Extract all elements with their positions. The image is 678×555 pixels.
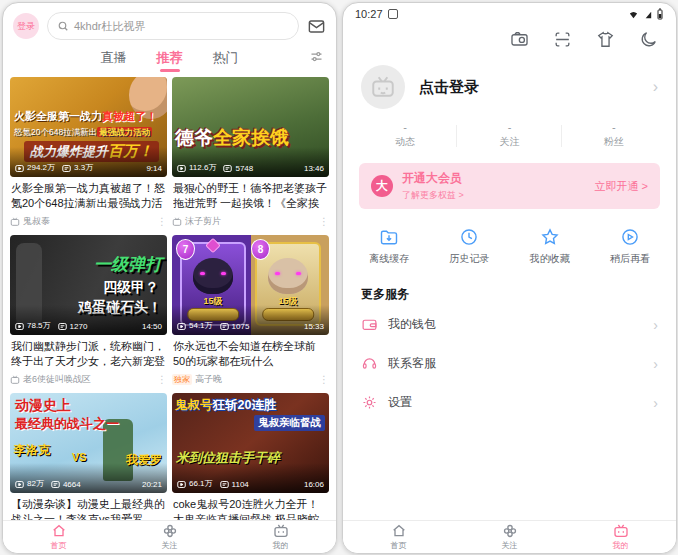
more-services-title: 更多服务 — [343, 276, 676, 305]
search-input[interactable]: 4khdr杜比视界 — [47, 12, 299, 40]
quick-watch-later[interactable]: 稍后再看 — [590, 227, 670, 266]
quick-actions: 离线缓存 历史记录 我的收藏 稍后再看 — [343, 219, 676, 276]
profile-login-row[interactable]: 点击登录 › — [343, 53, 676, 119]
danmaku-icon — [62, 164, 71, 173]
video-card[interactable]: 一级弹打 四级甲？ 鸡蛋碰石头！ 78.5万 1270 14:50 我们幽默静步… — [10, 235, 167, 386]
more-options-icon[interactable]: ⋮ — [157, 374, 167, 385]
search-icon — [57, 20, 69, 32]
danmaku-icon — [223, 164, 232, 173]
uploader-row[interactable]: 鬼叔泰 ⋮ — [10, 215, 167, 228]
uploader-row[interactable]: 老6使徒叫唤战区 ⋮ — [10, 373, 167, 386]
video-stats: 82万 4664 20:21 — [10, 463, 167, 493]
uploader-row[interactable]: 独家 高子晚 ⋮ — [172, 373, 329, 386]
video-title[interactable]: 你永远也不会知道在榜全球前50的玩家都在玩什么 — [173, 339, 328, 370]
filter-icon[interactable] — [309, 49, 324, 64]
video-title[interactable]: 我们幽默静步门派，统称幽门，终于出了天才少女，老六新宠登基 — [11, 339, 166, 370]
vip-icon: 大 — [371, 175, 393, 197]
video-thumbnail[interactable]: 鬼叔号狂斩20连胜 鬼叔亲临督战 米到位狙击手干碎 66.1万 1104 16:… — [172, 393, 329, 493]
play-count-icon — [177, 164, 186, 173]
video-stats: 112.6万 5748 13:46 — [172, 147, 329, 177]
service-wallet[interactable]: 我的钱包 › — [343, 305, 676, 344]
vip-subtitle: 了解更多权益 > — [402, 189, 464, 202]
video-title[interactable]: 最狠心的野王！德爷把老婆孩子拖进荒野 一起挨饿！《全家挨饿记》 — [173, 181, 328, 212]
profile-stats: - 动态 - 关注 - 粉丝 — [343, 119, 676, 161]
right-phone-screen: 10:27 点击登录 › - 动态 - 关注 - 粉丝 — [342, 2, 677, 554]
nav-following[interactable]: 关注 — [480, 523, 540, 551]
video-card[interactable]: 火影全服第一战力真被超了！ 怒氪20个648拉满新出最强战力活动 战力爆炸提升百… — [10, 77, 167, 228]
tshirt-icon[interactable] — [596, 30, 615, 49]
video-title[interactable]: 火影全服第一战力真被超了！怒氪20个648拉满新出最强战力活动，战力爆炸提升百万… — [11, 181, 166, 212]
login-avatar-button[interactable]: 登录 — [13, 13, 39, 39]
video-duration: 9:14 — [146, 164, 162, 173]
stat-following[interactable]: - 关注 — [457, 121, 561, 149]
stat-dynamics[interactable]: - 动态 — [353, 121, 457, 149]
service-settings[interactable]: 设置 › — [343, 383, 676, 422]
uploader-name: 高子晚 — [195, 373, 222, 386]
video-thumbnail[interactable]: 一级弹打 四级甲？ 鸡蛋碰石头！ 78.5万 1270 14:50 — [10, 235, 167, 335]
headset-icon — [361, 355, 378, 372]
status-time: 10:27 — [355, 8, 383, 20]
quick-history[interactable]: 历史记录 — [429, 227, 509, 266]
left-phone-screen: 登录 4khdr杜比视界 直播 推荐 热门 火影全服第一战力真被超了！ 怒氪20… — [2, 2, 337, 554]
vip-activate-button[interactable]: 立即开通 > — [595, 179, 648, 194]
video-thumbnail[interactable]: 德爷全家挨饿 112.6万 5748 13:46 — [172, 77, 329, 177]
quick-offline-cache[interactable]: 离线缓存 — [349, 227, 429, 266]
uploader-name: 老6使徒叫唤战区 — [23, 373, 91, 386]
chevron-right-icon: › — [653, 78, 658, 96]
star-icon — [540, 227, 560, 247]
login-prompt[interactable]: 点击登录 — [419, 78, 479, 97]
video-duration: 20:21 — [142, 480, 162, 489]
nav-mine[interactable]: 我的 — [591, 523, 651, 551]
more-options-icon[interactable]: ⋮ — [157, 216, 167, 227]
nav-home[interactable]: 首页 — [29, 523, 89, 551]
video-stats: 66.1万 1104 16:06 — [172, 463, 329, 493]
scan-icon[interactable] — [553, 30, 572, 49]
vip-title: 开通大会员 — [402, 170, 464, 187]
nav-following[interactable]: 关注 — [140, 523, 200, 551]
gear-icon — [361, 394, 378, 411]
video-feed: 火影全服第一战力真被超了！ 怒氪20个648拉满新出最强战力活动 战力爆炸提升百… — [3, 71, 336, 532]
stat-fans[interactable]: - 粉丝 — [562, 121, 666, 149]
bottom-nav: 首页 关注 我的 — [343, 520, 676, 553]
moon-icon[interactable] — [639, 30, 658, 49]
vip-banner[interactable]: 大 开通大会员 了解更多权益 > 立即开通 > — [359, 163, 660, 209]
video-thumbnail[interactable]: 动漫史上 最经典的战斗之一 李洛克 VS 我爱罗 82万 4664 20:21 — [10, 393, 167, 493]
tab-live[interactable]: 直播 — [101, 49, 127, 67]
video-card[interactable]: 德爷全家挨饿 112.6万 5748 13:46 最狠心的野王！德爷把老婆孩子拖… — [172, 77, 329, 228]
clover-icon — [502, 523, 518, 539]
video-stats: 78.5万 1270 14:50 — [10, 305, 167, 335]
uploader-name: 鬼叔泰 — [23, 215, 50, 228]
more-options-icon[interactable]: ⋮ — [319, 216, 329, 227]
video-card[interactable]: 7 15级 8 15级 54.1万 1075 15:33 — [172, 235, 329, 386]
video-card[interactable]: 鬼叔号狂斩20连胜 鬼叔亲临督战 米到位狙击手干碎 66.1万 1104 16:… — [172, 393, 329, 532]
nav-mine[interactable]: 我的 — [251, 523, 311, 551]
chevron-right-icon: › — [653, 317, 658, 333]
chevron-right-icon: › — [653, 356, 658, 372]
home-icon — [51, 523, 67, 539]
video-stats: 54.1万 1075 15:33 — [172, 305, 329, 335]
danmaku-icon — [51, 480, 60, 489]
service-support[interactable]: 联系客服 › — [343, 344, 676, 383]
nav-home[interactable]: 首页 — [369, 523, 429, 551]
tv-icon — [613, 523, 629, 539]
history-clock-icon — [459, 227, 479, 247]
more-options-icon[interactable]: ⋮ — [319, 374, 329, 385]
uploader-name: 沫子剪片 — [185, 215, 221, 228]
danmaku-icon — [220, 480, 229, 489]
video-duration: 16:06 — [304, 480, 324, 489]
left-header: 登录 4khdr杜比视界 — [3, 3, 336, 45]
avatar[interactable] — [361, 65, 405, 109]
quick-favorites[interactable]: 我的收藏 — [510, 227, 590, 266]
video-card[interactable]: 动漫史上 最经典的战斗之一 李洛克 VS 我爱罗 82万 4664 20:21 … — [10, 393, 167, 532]
camera-icon[interactable] — [510, 30, 529, 49]
play-count-icon — [15, 480, 24, 489]
tab-recommended[interactable]: 推荐 — [157, 49, 183, 67]
mail-icon[interactable] — [307, 17, 326, 36]
feed-tabs: 直播 推荐 热门 — [3, 45, 336, 71]
video-thumbnail[interactable]: 7 15级 8 15级 54.1万 1075 15:33 — [172, 235, 329, 335]
tab-hot[interactable]: 热门 — [213, 49, 239, 67]
play-count-icon — [177, 322, 186, 331]
video-thumbnail[interactable]: 火影全服第一战力真被超了！ 怒氪20个648拉满新出最强战力活动 战力爆炸提升百… — [10, 77, 167, 177]
uploader-row[interactable]: 沫子剪片 ⋮ — [172, 215, 329, 228]
clover-icon — [162, 523, 178, 539]
